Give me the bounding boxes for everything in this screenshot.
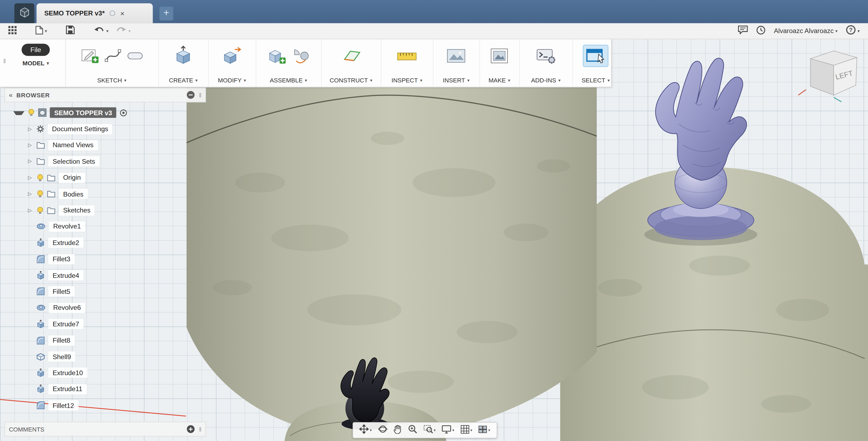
browser-item-label[interactable]: Extrude7 [48,319,84,329]
browser-item-label[interactable]: Shell9 [48,351,76,362]
ribbon-group-construct[interactable]: CONSTRUCT▾ [321,39,381,87]
make-icon[interactable] [488,46,510,66]
addins-icon[interactable] [534,46,557,66]
browser-item-label[interactable]: Document Settings [48,124,113,134]
new-tab-button[interactable]: + [159,6,173,20]
slot-icon[interactable] [125,47,145,65]
panel-resize-handle[interactable]: ‖ [199,92,202,98]
browser-item-label[interactable]: Revolve1 [49,221,86,232]
browser-item-label[interactable]: SEMO TOPPER v3 [50,107,117,118]
expander-icon[interactable]: ▷ [27,175,33,180]
app-logo[interactable] [14,3,34,23]
panel-drag-handle[interactable]: ‖ [3,58,6,87]
select-icon[interactable] [584,45,608,66]
expander-icon[interactable]: ▷ [27,208,33,213]
nav-display-button[interactable]: ▾ [442,425,454,436]
app-grid-button[interactable] [6,25,18,37]
ribbon-group-create[interactable]: CREATE▾ [159,39,209,87]
insert-icon[interactable] [444,46,468,66]
browser-item-row[interactable]: Extrude2 [4,235,206,251]
nav-grid-button[interactable]: ▾ [460,425,472,436]
browser-item-row[interactable]: Fillet12 [4,397,206,414]
browser-item-label[interactable]: Extrude11 [48,384,87,395]
tab-close-icon[interactable]: × [120,10,124,17]
browser-item-label[interactable]: Sketches [59,205,95,215]
expander-icon[interactable] [13,111,24,115]
browser-root-row[interactable]: SEMO TOPPER v3 [4,105,206,121]
document-tab[interactable]: SEMO TOPPER v3* × [37,3,153,23]
browser-item-label[interactable]: Extrude4 [48,270,84,280]
expander-icon[interactable]: ▷ [27,143,33,148]
expander-icon[interactable]: ▷ [27,127,33,132]
ribbon-group-label[interactable]: ADD-INS▾ [531,77,561,83]
ribbon-group-label[interactable]: MAKE▾ [489,77,510,83]
browser-item-label[interactable]: Extrude2 [48,237,84,248]
browser-item-row[interactable]: ▷Origin [4,170,206,186]
ribbon-group-modify[interactable]: MODIFY▾ [208,39,256,87]
browser-item-row[interactable]: ▷Bodies [4,186,206,202]
activate-radio-icon[interactable] [120,109,128,117]
inspect-icon[interactable] [395,46,419,65]
model-large-cylinder[interactable] [187,39,597,439]
file-dropdown-button[interactable]: ▾ [34,24,49,38]
browser-item-row[interactable]: ▷Document Settings [4,121,206,137]
nav-zoom-button[interactable] [408,425,417,436]
nav-fit-button[interactable]: ▾ [423,425,436,436]
expander-icon[interactable]: ▷ [27,192,33,197]
redo-button[interactable]: ▾ [114,25,132,37]
ribbon-group-label[interactable]: SELECT▾ [582,77,610,83]
ribbon-group-label[interactable]: INSERT▾ [443,77,469,83]
browser-item-label[interactable]: Selection Sets [48,156,99,167]
ribbon-group-label[interactable]: SKETCH▾ [97,77,126,83]
browser-item-label[interactable]: Fillet8 [48,335,75,346]
browser-item-row[interactable]: Extrude4 [4,267,206,283]
browser-item-row[interactable]: Fillet5 [4,283,206,300]
browser-item-label[interactable]: Fillet5 [48,286,75,297]
collapse-panel-icon[interactable]: « [9,91,13,99]
browser-item-row[interactable]: Revolve6 [4,300,206,316]
ribbon-group-label[interactable]: CREATE▾ [169,77,198,83]
ribbon-group-label[interactable]: MODIFY▾ [218,77,246,83]
construct-icon[interactable] [339,45,363,66]
history-button[interactable] [754,24,767,38]
browser-item-row[interactable]: Fillet3 [4,251,206,267]
ribbon-group-label[interactable]: CONSTRUCT▾ [330,77,372,83]
browser-item-label[interactable]: Named Views [48,140,98,150]
browser-item-row[interactable]: ▷Named Views [4,137,206,154]
nav-hand-button[interactable] [393,425,402,436]
nav-pan-button[interactable]: ▾ [359,425,372,436]
ribbon-group-select[interactable]: SELECT▾ [572,39,619,87]
ribbon-group-inspect[interactable]: INSPECT▾ [381,39,433,87]
ribbon-group-sketch[interactable]: SKETCH▾ [66,39,159,87]
ribbon-group-label[interactable]: ASSEMBLE▾ [270,77,307,83]
view-cube[interactable]: LEFT [798,51,857,102]
newcomp-icon[interactable] [265,45,287,66]
browser-item-row[interactable]: Revolve1 [4,218,206,235]
expander-icon[interactable]: ▷ [27,159,33,164]
nav-orbit-button[interactable] [378,425,388,436]
undo-button[interactable]: ▾ [92,25,110,37]
browser-item-row[interactable]: Extrude10 [4,365,206,381]
browser-item-label[interactable]: Origin [59,172,85,183]
extrudebig-icon[interactable] [171,44,195,67]
ribbon-group-make[interactable]: MAKE▾ [479,39,520,87]
modify-icon[interactable] [220,44,244,67]
ribbon-group-assemble[interactable]: ASSEMBLE▾ [256,39,321,87]
visibility-bulb-icon[interactable] [28,108,35,117]
workspace-switcher[interactable]: MODEL▾ [23,60,49,66]
save-button[interactable] [64,24,76,38]
browser-item-label[interactable]: Bodies [59,189,88,199]
browser-header[interactable]: « BROWSER ‖ [4,88,206,102]
browser-item-label[interactable]: Fillet3 [48,254,75,264]
browser-item-row[interactable]: ▷Sketches [4,202,206,218]
browser-item-label[interactable]: Fillet12 [48,400,79,411]
browser-item-label[interactable]: Extrude10 [48,368,87,378]
help-button[interactable]: ?▾ [844,24,861,38]
visibility-bulb-icon[interactable] [37,173,44,182]
panel-resize-handle[interactable]: ‖ [199,426,202,432]
browser-item-row[interactable]: Extrude7 [4,316,206,332]
add-comment-icon[interactable] [187,425,195,433]
model-hand-sculpture[interactable] [644,58,757,246]
ribbon-group-label[interactable]: INSPECT▾ [392,77,422,83]
joint-icon[interactable] [289,45,312,66]
